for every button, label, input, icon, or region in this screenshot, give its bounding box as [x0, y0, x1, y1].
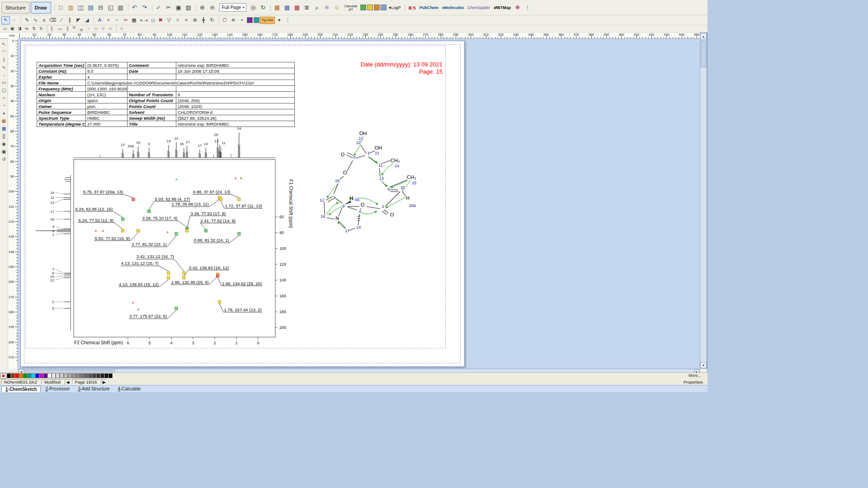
zoom-in-icon[interactable]: ⊕ [198, 3, 208, 13]
brackets-tool-icon[interactable]: [] [0, 132, 8, 140]
palette-swatch[interactable] [35, 373, 39, 378]
structure-mode-button[interactable]: Structure [1, 2, 30, 14]
lasso-icon[interactable]: ◌ [10, 16, 19, 24]
logp-button[interactable]: ●LogP [387, 4, 402, 12]
delete-atom-icon[interactable]: ✖ [156, 16, 165, 24]
status-properties[interactable]: Properties [684, 380, 703, 385]
table-properties-icon[interactable]: ▩ [282, 3, 292, 13]
emolecules-button[interactable]: eMolecules [440, 4, 466, 12]
tyr-his-button[interactable]: Tyr-His [260, 17, 275, 24]
palette-swatch[interactable] [7, 373, 11, 378]
palette-swatch[interactable] [23, 373, 27, 378]
bond-wedge-down-icon[interactable]: ◢ [83, 16, 91, 24]
draw-palette-icon[interactable]: ❋ [513, 3, 523, 13]
palette-swatch[interactable] [31, 373, 35, 378]
palette-swatch[interactable] [72, 373, 76, 378]
vertical-scroll-thumb[interactable] [701, 40, 706, 67]
cut-icon[interactable]: ✂ [164, 3, 174, 13]
palette-swatch[interactable] [100, 373, 104, 378]
bond-double-icon[interactable]: ∥ [66, 16, 74, 24]
select-tool-icon[interactable]: ↖ [0, 40, 8, 47]
table-colored-icon[interactable]: ▦ [0, 117, 8, 124]
spline-icon[interactable]: ◠ [0, 47, 8, 55]
palette-swatch[interactable] [76, 373, 80, 378]
toolbar-options-icon[interactable]: ⋮ [523, 3, 533, 13]
calculate-ph-button[interactable]: Calculate pH [342, 3, 360, 12]
align-center-icon[interactable]: ▬ [56, 26, 63, 32]
flip-vertical-icon[interactable]: ⇅ [30, 26, 38, 32]
charge-plus-icon[interactable]: + [104, 16, 113, 24]
insert-plus-icon[interactable]: ⊕ [191, 16, 199, 24]
tab-add-structure[interactable]: 3-Add Structure [74, 386, 113, 392]
grid-snap-icon[interactable]: ⊞ [118, 26, 125, 32]
pubchem-button[interactable]: PubChem [418, 4, 440, 12]
zoom-out-icon[interactable]: ⊖ [208, 3, 217, 13]
move-icon[interactable]: ╋ [199, 16, 208, 24]
edit-pencil-icon[interactable]: ✑ [121, 16, 130, 24]
rounded-rect-icon[interactable]: ▢ [0, 86, 8, 94]
palette-swatch[interactable] [104, 373, 108, 378]
table-icon[interactable]: ▦ [130, 16, 138, 24]
radical-icon[interactable]: • [238, 16, 246, 24]
palette-swatch[interactable] [88, 373, 92, 378]
previous-page-button[interactable]: ◀ [65, 379, 71, 385]
delete-tool-icon[interactable]: ⌫ [48, 16, 57, 24]
scroll-up-button[interactable]: ▲ [700, 33, 707, 39]
palette-swatch[interactable] [92, 373, 96, 378]
pie-icon[interactable]: ◕ [0, 109, 8, 117]
palette-swatch[interactable] [68, 373, 72, 378]
polygon-icon[interactable]: ▽ [165, 16, 174, 24]
export-icon[interactable]: ▧ [116, 3, 126, 13]
check-structure-icon[interactable]: ✓ [154, 3, 164, 13]
database-yellow-icon[interactable] [367, 5, 373, 10]
center-horizontal-icon[interactable]: ≡ [85, 26, 92, 32]
ring-template-icon[interactable]: ⎔ [221, 16, 229, 24]
smiley-icon[interactable]: ☺ [332, 3, 342, 13]
palette-swatch[interactable] [39, 373, 43, 378]
next-page-button[interactable]: ▶ [101, 379, 107, 385]
palette-swatch[interactable] [15, 373, 19, 378]
palette-swatch[interactable] [47, 373, 52, 378]
save-icon[interactable]: ▤ [86, 3, 96, 13]
callout-icon[interactable]: ◉ [0, 140, 8, 147]
select-cursor-icon[interactable]: ↖ [1, 16, 10, 24]
report-template-icon[interactable]: ▦ [272, 3, 282, 13]
spacing-icon[interactable]: ⊟ [107, 26, 114, 32]
tab-processor[interactable]: 2-Processor [42, 386, 73, 392]
tab-chemsketch[interactable]: 1-ChemSketch [1, 386, 41, 392]
align-top-icon[interactable]: ▀ [71, 26, 78, 32]
palette-swatch[interactable] [43, 373, 47, 378]
open-document-icon[interactable]: ▥ [66, 3, 76, 13]
align-left-icon[interactable]: ▌ [49, 26, 56, 32]
btmap-button[interactable]: ⇄BTMap [492, 4, 513, 12]
no-color-swatch[interactable]: ✖ [0, 373, 6, 379]
flip-horizontal-icon[interactable]: ⇋ [23, 26, 30, 32]
crosshair-icon[interactable]: ⌖ [182, 16, 191, 24]
peptide-icon[interactable] [254, 17, 259, 23]
palette-swatch[interactable] [64, 373, 68, 378]
wave-icon[interactable]: ∿ [0, 63, 8, 70]
database-blue-icon[interactable] [381, 5, 387, 10]
palette-swatch[interactable] [80, 373, 84, 378]
redo-icon[interactable]: ↷ [140, 3, 150, 13]
undo-icon[interactable]: ↶ [130, 3, 140, 13]
template-dropdown-icon[interactable]: ▾ [275, 16, 283, 24]
chain-template-icon[interactable]: ≋ [229, 16, 238, 24]
draw-mode-button[interactable]: Draw [31, 2, 51, 14]
tab-calculate[interactable]: 4-Calculate [114, 386, 144, 392]
vertical-scrollbar[interactable]: ▲ ▼ [700, 33, 707, 369]
brackets-button[interactable]: [ ] [150, 16, 156, 24]
palette-swatch[interactable] [96, 373, 100, 378]
paste-icon[interactable]: ▨ [184, 3, 193, 13]
palette-swatch[interactable] [84, 373, 88, 378]
palette-swatch[interactable] [52, 373, 56, 378]
curve-icon[interactable]: ∫ [0, 55, 8, 63]
ellipse-icon[interactable]: ○ [0, 94, 8, 101]
periodic-table-icon[interactable]: ▦ [292, 3, 302, 13]
rs-stereo-button[interactable]: R/S [406, 4, 418, 12]
charge-minus-icon[interactable]: − [113, 16, 121, 24]
palette-swatch[interactable] [60, 373, 64, 378]
rectangle-icon[interactable]: ▭ [0, 78, 8, 86]
select-all-icon[interactable]: ▣ [9, 26, 16, 32]
arc-icon[interactable]: ◔ [0, 101, 8, 109]
